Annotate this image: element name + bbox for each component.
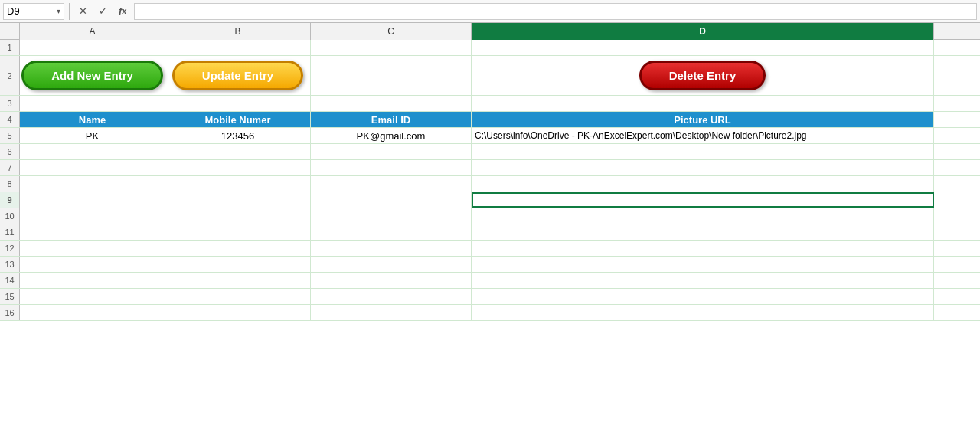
cell-c8[interactable] [311,176,472,192]
cell-a12[interactable] [20,241,165,256]
table-row: 9 [0,192,980,208]
row-num-4: 4 [0,112,20,127]
cell-c3[interactable] [311,96,472,111]
cell-d16[interactable] [472,305,934,320]
cell-a10[interactable] [20,208,165,224]
cell-c16[interactable] [311,305,472,320]
cell-a11[interactable] [20,224,165,240]
table-row: 16 [0,305,980,321]
cell-b1[interactable] [165,40,311,55]
cell-d3[interactable] [472,96,934,111]
table-row: 1 [0,40,980,56]
cell-a7[interactable] [20,160,165,175]
row-num-header [0,23,20,39]
cell-b12[interactable] [165,241,311,256]
cell-c15[interactable] [311,289,472,304]
row-num-10: 10 [0,208,20,224]
row-num-5: 5 [0,128,20,143]
cell-d4-header[interactable]: Picture URL [472,112,934,127]
cell-ref-text: D9 [7,5,57,17]
cell-b11[interactable] [165,224,311,240]
cell-d12[interactable] [472,241,934,256]
cell-d6[interactable] [472,144,934,159]
confirm-formula-button[interactable]: ✓ [94,3,111,20]
cancel-formula-button[interactable]: ✕ [74,3,91,20]
cell-d8[interactable] [472,176,934,192]
col-header-b[interactable]: B [165,23,311,40]
delete-button-container: Delete Entry [475,56,930,95]
delete-entry-button[interactable]: Delete Entry [639,61,766,90]
cell-b13[interactable] [165,257,311,272]
cell-reference-box[interactable]: D9 ▾ [3,3,64,20]
update-entry-button[interactable]: Update Entry [172,61,303,90]
row-num-13: 13 [0,257,20,272]
row-num-15: 15 [0,289,20,304]
cell-a16[interactable] [20,305,165,320]
cell-b3[interactable] [165,96,311,111]
formula-input[interactable] [134,3,977,20]
cell-b10[interactable] [165,208,311,224]
cell-c10[interactable] [311,208,472,224]
cell-a4-header[interactable]: Name [20,112,165,127]
col-header-d[interactable]: D [472,23,934,40]
col-header-a[interactable]: A [20,23,165,40]
cell-d13[interactable] [472,257,934,272]
row-num-3: 3 [0,96,20,111]
cell-b2-btn[interactable]: Update Entry [165,56,311,95]
cell-d1[interactable] [472,40,934,55]
cell-b16[interactable] [165,305,311,320]
cell-c12[interactable] [311,241,472,256]
cell-a6[interactable] [20,144,165,159]
cell-a15[interactable] [20,289,165,304]
cell-b15[interactable] [165,289,311,304]
insert-function-button[interactable]: fx [114,3,131,20]
cell-a2-btn[interactable]: Add New Entry [20,56,165,95]
cell-a3[interactable] [20,96,165,111]
cell-d10[interactable] [472,208,934,224]
table-row: 12 [0,241,980,257]
cell-a13[interactable] [20,257,165,272]
cell-d5[interactable]: C:\Users\info\OneDrive - PK-AnExcelExper… [472,128,934,143]
col-header-c[interactable]: C [311,23,472,40]
cell-c14[interactable] [311,273,472,288]
cell-d9[interactable] [472,192,934,208]
cell-c2-btn[interactable] [311,56,472,95]
cell-c13[interactable] [311,257,472,272]
cell-b6[interactable] [165,144,311,159]
cell-b7[interactable] [165,160,311,175]
cell-b14[interactable] [165,273,311,288]
spreadsheet: A B C D 1 2 Add New Entry Update Entry [0,23,980,426]
add-new-entry-button[interactable]: Add New Entry [21,61,163,90]
cell-c7[interactable] [311,160,472,175]
cell-b4-header[interactable]: Mobile Numer [165,112,311,127]
add-button-container: Add New Entry [23,56,162,95]
cell-b8[interactable] [165,176,311,192]
cell-b9[interactable] [165,192,311,208]
cell-a14[interactable] [20,273,165,288]
row-num-14: 14 [0,273,20,288]
row-num-7: 7 [0,160,20,175]
table-row-header: 4 Name Mobile Numer Email ID Picture URL [0,112,980,128]
cell-ref-dropdown-icon[interactable]: ▾ [57,7,60,15]
cell-a8[interactable] [20,176,165,192]
cell-c1[interactable] [311,40,472,55]
table-row: 10 [0,208,980,224]
cell-d2-btn[interactable]: Delete Entry [472,56,934,95]
cell-a9[interactable] [20,192,165,208]
cell-d11[interactable] [472,224,934,240]
table-row: 8 [0,176,980,192]
cell-c4-header[interactable]: Email ID [311,112,472,127]
cell-b5[interactable]: 123456 [165,128,311,143]
cell-a5[interactable]: PK [20,128,165,143]
cell-a1[interactable] [20,40,165,55]
cell-c5[interactable]: PK@gmail.com [311,128,472,143]
cell-c6[interactable] [311,144,472,159]
table-row-buttons: 2 Add New Entry Update Entry Delete Entr… [0,56,980,96]
cell-c11[interactable] [311,224,472,240]
cell-d15[interactable] [472,289,934,304]
cell-d14[interactable] [472,273,934,288]
cell-c9[interactable] [311,192,472,208]
row-num-2: 2 [0,56,20,95]
cell-d7[interactable] [472,160,934,175]
grid-body: 1 2 Add New Entry Update Entry De [0,40,980,321]
